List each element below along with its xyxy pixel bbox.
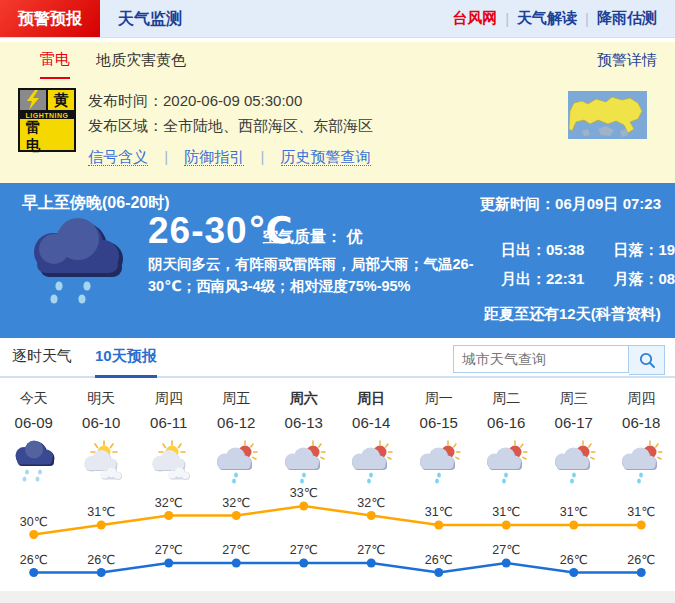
search-button[interactable] <box>629 345 665 375</box>
day-date: 06-11 <box>135 410 203 436</box>
day-weather-icon[interactable] <box>338 436 406 492</box>
temp-label: 26℃ <box>425 553 453 567</box>
rain-cloud-icon <box>18 213 136 317</box>
partly-cloudy-icon <box>77 440 125 486</box>
temp-point[interactable] <box>569 568 578 577</box>
link-separator: | <box>164 148 168 165</box>
alert-body: 黄 LIGHTNING 雷 电 发布时间：2020-06-09 05:30:00… <box>0 80 675 167</box>
day-weather-icon[interactable] <box>270 436 338 492</box>
temp-label: 31℃ <box>560 505 588 519</box>
day-name: 周日 <box>338 386 406 410</box>
day-name: 周四 <box>608 386 675 410</box>
temp-point[interactable] <box>637 568 646 577</box>
day-weather-icon[interactable] <box>0 436 68 492</box>
update-time: 更新时间：06月09日 07:23 <box>480 195 661 214</box>
moonrise-time: 月出：22:31 <box>500 266 610 293</box>
forecast-day-column[interactable]: 周五06-12 <box>203 386 271 492</box>
forecast-day-column[interactable]: 周六06-13 <box>270 386 338 492</box>
link-typhoon-net[interactable]: 台风网 <box>444 9 505 28</box>
nav-links: 台风网 | 天气解读 | 降雨估测 <box>444 0 665 37</box>
tab-weather-monitor[interactable]: 天气监测 <box>100 0 200 37</box>
temp-point[interactable] <box>299 559 308 568</box>
temp-point[interactable] <box>97 521 106 530</box>
temp-point[interactable] <box>164 559 173 568</box>
sun-shower-icon <box>617 440 665 486</box>
weather-page: 预警预报 天气监测 台风网 | 天气解读 | 降雨估测 雷电 地质灾害黄色 预警… <box>0 0 675 603</box>
day-date: 06-09 <box>0 410 68 436</box>
top-nav: 预警预报 天气监测 台风网 | 天气解读 | 降雨估测 <box>0 0 675 38</box>
search-input[interactable] <box>453 345 629 373</box>
alert-type-lightning[interactable]: 雷电 <box>40 44 70 79</box>
forecast-day-column[interactable]: 周三06-17 <box>540 386 608 492</box>
temp-point[interactable] <box>97 568 106 577</box>
alert-type-geohazard[interactable]: 地质灾害黄色 <box>96 45 186 78</box>
alert-zone: 雷电 地质灾害黄色 预警详情 黄 LIGHTNING 雷 电 发布时间：2020… <box>0 42 675 183</box>
link-defense-guide[interactable]: 防御指引 <box>184 148 244 166</box>
search-icon <box>638 351 656 369</box>
link-signal-meaning[interactable]: 信号含义 <box>88 148 148 166</box>
temp-point[interactable] <box>637 521 646 530</box>
bottom-scroll-strip[interactable] <box>0 591 675 603</box>
temp-label: 32℃ <box>222 496 250 510</box>
tab-ten-day-forecast[interactable]: 10天预报 <box>95 347 157 378</box>
temp-label: 27℃ <box>357 543 385 557</box>
temp-point[interactable] <box>502 559 511 568</box>
link-weather-explain[interactable]: 天气解读 <box>509 9 585 28</box>
forecast-day-column[interactable]: 周四06-18 <box>608 386 675 492</box>
temp-point[interactable] <box>164 511 173 520</box>
link-rain-estimate[interactable]: 降雨估测 <box>589 9 665 28</box>
temp-point[interactable] <box>502 521 511 530</box>
day-date: 06-12 <box>203 410 271 436</box>
temp-label: 27℃ <box>290 543 318 557</box>
day-weather-icon[interactable] <box>405 436 473 492</box>
link-history-query[interactable]: 历史预警查询 <box>281 148 371 166</box>
temp-label: 27℃ <box>492 543 520 557</box>
temp-point[interactable] <box>29 530 38 539</box>
sun-shower-icon <box>212 440 260 486</box>
temp-point[interactable] <box>367 559 376 568</box>
forecast-day-column[interactable]: 周日06-14 <box>338 386 406 492</box>
lightning-warning-icon: 黄 LIGHTNING 雷 电 <box>18 88 76 152</box>
day-weather-icon[interactable] <box>608 436 675 492</box>
weather-description: 阴天间多云，有阵雨或雷阵雨，局部大雨；气温26-30℃；西南风3-4级；相对湿度… <box>148 253 478 298</box>
day-weather-icon[interactable] <box>540 436 608 492</box>
day-weather-icon[interactable] <box>68 436 136 492</box>
day-name: 明天 <box>68 386 136 410</box>
sun-moon-times: 日出：05:38 日落：19:07 月出：22:31 月落：08:42 <box>498 235 675 295</box>
temp-point[interactable] <box>232 559 241 568</box>
forecast-day-column[interactable]: 周二06-16 <box>473 386 541 492</box>
temp-point[interactable] <box>232 511 241 520</box>
solstice-note[interactable]: 距夏至还有12天(科普资料) <box>484 305 661 324</box>
city-search <box>453 345 665 375</box>
tab-warning-forecast[interactable]: 预警预报 <box>0 0 100 37</box>
temp-point[interactable] <box>367 511 376 520</box>
temp-label: 32℃ <box>357 496 385 510</box>
ten-day-forecast-row: 今天06-09 明天06-10 周四06-11 周五06-12 周六06-13 <box>0 386 675 492</box>
day-weather-icon[interactable] <box>203 436 271 492</box>
day-date: 06-15 <box>405 410 473 436</box>
sunrise-time: 日出：05:38 <box>500 237 610 264</box>
temp-point[interactable] <box>434 521 443 530</box>
temp-label: 26℃ <box>560 553 588 567</box>
forecast-day-column[interactable]: 周一06-15 <box>405 386 473 492</box>
alert-detail-link[interactable]: 预警详情 <box>597 51 657 70</box>
forecast-day-column[interactable]: 周四06-11 <box>135 386 203 492</box>
temp-label: 31℃ <box>627 505 655 519</box>
temp-label: 33℃ <box>290 488 318 500</box>
forecast-day-column[interactable]: 今天06-09 <box>0 386 68 492</box>
day-name: 周一 <box>405 386 473 410</box>
temp-point[interactable] <box>434 568 443 577</box>
temp-label: 32℃ <box>155 496 183 510</box>
rain-icon <box>10 440 58 486</box>
tab-hourly-weather[interactable]: 逐时天气 <box>12 347 72 375</box>
temp-point[interactable] <box>299 502 308 511</box>
lightning-bolt-icon <box>20 90 48 110</box>
day-weather-icon[interactable] <box>473 436 541 492</box>
forecast-day-column[interactable]: 明天06-10 <box>68 386 136 492</box>
warning-area-map-thumbnail[interactable] <box>568 91 647 139</box>
temp-point[interactable] <box>29 568 38 577</box>
day-weather-icon[interactable] <box>135 436 203 492</box>
temp-point[interactable] <box>569 521 578 530</box>
day-name: 周四 <box>135 386 203 410</box>
day-name: 今天 <box>0 386 68 410</box>
